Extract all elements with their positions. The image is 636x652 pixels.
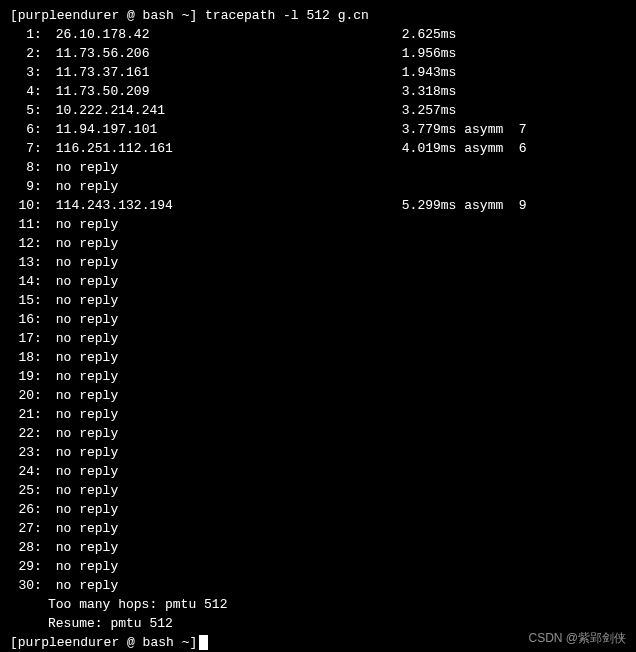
command-line-2: [purpleendurer @ bash ~]	[10, 635, 208, 650]
hop-row: 24:no reply	[10, 462, 626, 481]
hop-number: 1	[10, 25, 34, 44]
hop-host: no reply	[56, 158, 402, 177]
hop-host: 11.94.197.101	[56, 120, 402, 139]
hop-row: 21:no reply	[10, 405, 626, 424]
summary-line-too-many: Too many hops: pmtu 512	[10, 595, 626, 614]
hop-number: 23	[10, 443, 34, 462]
hop-row: 23:no reply	[10, 443, 626, 462]
hop-number: 27	[10, 519, 34, 538]
hop-host: no reply	[56, 424, 402, 443]
hop-number: 16	[10, 310, 34, 329]
hop-number: 24	[10, 462, 34, 481]
hop-number: 4	[10, 82, 34, 101]
shell-prompt: [purpleendurer @ bash ~]	[10, 635, 197, 650]
hop-row: 13:no reply	[10, 253, 626, 272]
hop-number: 19	[10, 367, 34, 386]
hop-number: 26	[10, 500, 34, 519]
hop-number: 8	[10, 158, 34, 177]
hop-row: 1:26.10.178.422.625ms	[10, 25, 626, 44]
hop-host: no reply	[56, 481, 402, 500]
hop-host: no reply	[56, 443, 402, 462]
command-line: [purpleendurer @ bash ~] tracepath -l 51…	[10, 8, 369, 23]
hop-host: no reply	[56, 253, 402, 272]
hop-rtt: 1.956ms	[402, 44, 457, 63]
hop-row: 29:no reply	[10, 557, 626, 576]
cursor-icon	[199, 635, 208, 650]
hop-host: no reply	[56, 177, 402, 196]
hop-row: 7:116.251.112.1614.019ms asymm 6	[10, 139, 626, 158]
hop-host: no reply	[56, 538, 402, 557]
hop-number: 20	[10, 386, 34, 405]
hop-row: 28:no reply	[10, 538, 626, 557]
hop-row: 17:no reply	[10, 329, 626, 348]
hop-rtt: 3.257ms	[402, 101, 457, 120]
hop-row: 22:no reply	[10, 424, 626, 443]
hop-host: no reply	[56, 329, 402, 348]
hop-row: 6:11.94.197.1013.779ms asymm 7	[10, 120, 626, 139]
hop-row: 3:11.73.37.1611.943ms	[10, 63, 626, 82]
hop-host: 11.73.50.209	[56, 82, 402, 101]
hop-host: no reply	[56, 576, 402, 595]
hop-number: 11	[10, 215, 34, 234]
hop-host: 11.73.56.206	[56, 44, 402, 63]
hop-rtt: 3.779ms asymm 7	[402, 120, 527, 139]
hop-number: 6	[10, 120, 34, 139]
hop-number: 12	[10, 234, 34, 253]
hop-host: 26.10.178.42	[56, 25, 402, 44]
hop-host: no reply	[56, 500, 402, 519]
hop-row: 14:no reply	[10, 272, 626, 291]
watermark: CSDN @紫郢剑侠	[528, 629, 626, 648]
hop-rtt: 3.318ms	[402, 82, 457, 101]
hop-row: 27:no reply	[10, 519, 626, 538]
hop-host: 11.73.37.161	[56, 63, 402, 82]
hop-row: 20:no reply	[10, 386, 626, 405]
hop-number: 25	[10, 481, 34, 500]
hop-host: no reply	[56, 291, 402, 310]
terminal-output[interactable]: [purpleendurer @ bash ~] tracepath -l 51…	[10, 6, 626, 652]
hop-number: 22	[10, 424, 34, 443]
hop-number: 21	[10, 405, 34, 424]
hop-host: no reply	[56, 215, 402, 234]
hop-number: 17	[10, 329, 34, 348]
hop-row: 30:no reply	[10, 576, 626, 595]
hop-host: no reply	[56, 462, 402, 481]
hop-row: 16:no reply	[10, 310, 626, 329]
hop-host: 114.243.132.194	[56, 196, 402, 215]
hop-rtt: 2.625ms	[402, 25, 457, 44]
hop-row: 19:no reply	[10, 367, 626, 386]
hop-row: 10:114.243.132.1945.299ms asymm 9	[10, 196, 626, 215]
hop-row: 25:no reply	[10, 481, 626, 500]
hop-number: 15	[10, 291, 34, 310]
hop-host: no reply	[56, 348, 402, 367]
hop-row: 4:11.73.50.2093.318ms	[10, 82, 626, 101]
hop-host: no reply	[56, 367, 402, 386]
hop-host: no reply	[56, 386, 402, 405]
hop-row: 9:no reply	[10, 177, 626, 196]
hop-host: no reply	[56, 519, 402, 538]
hop-number: 30	[10, 576, 34, 595]
hop-number: 28	[10, 538, 34, 557]
hop-row: 26:no reply	[10, 500, 626, 519]
hop-number: 10	[10, 196, 34, 215]
hop-row: 15:no reply	[10, 291, 626, 310]
hop-row: 8:no reply	[10, 158, 626, 177]
hop-number: 14	[10, 272, 34, 291]
hop-rtt: 4.019ms asymm 6	[402, 139, 527, 158]
hop-host: no reply	[56, 234, 402, 253]
hop-number: 18	[10, 348, 34, 367]
shell-prompt: [purpleendurer @ bash ~]	[10, 8, 197, 23]
hop-number: 9	[10, 177, 34, 196]
hop-row: 18:no reply	[10, 348, 626, 367]
hop-number: 13	[10, 253, 34, 272]
command-text: tracepath -l 512 g.cn	[205, 8, 369, 23]
hop-rtt: 1.943ms	[402, 63, 457, 82]
hop-row: 2:11.73.56.2061.956ms	[10, 44, 626, 63]
hop-number: 3	[10, 63, 34, 82]
hop-number: 5	[10, 101, 34, 120]
hop-host: no reply	[56, 310, 402, 329]
hop-number: 2	[10, 44, 34, 63]
hop-number: 7	[10, 139, 34, 158]
hop-host: no reply	[56, 272, 402, 291]
hop-row: 5:10.222.214.2413.257ms	[10, 101, 626, 120]
hop-row: 11:no reply	[10, 215, 626, 234]
